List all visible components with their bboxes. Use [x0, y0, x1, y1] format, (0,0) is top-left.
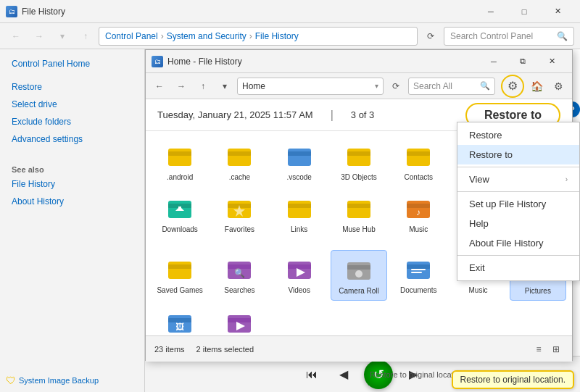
sidebar-item-select-drive[interactable]: Select drive	[0, 96, 144, 113]
gear-button[interactable]: ⚙	[501, 75, 524, 98]
svg-rect-36	[168, 262, 191, 279]
file-item-music[interactable]: ♪ Music	[390, 189, 447, 247]
context-menu-help[interactable]: Help	[457, 214, 579, 233]
file-item-downloads[interactable]: Downloads	[152, 189, 208, 247]
inner-forward-button[interactable]: →	[172, 77, 191, 96]
file-item-searches[interactable]: 🔍 Searches	[211, 250, 268, 301]
status-items: 23 items	[154, 345, 185, 354]
shield-icon: 🛡	[6, 375, 16, 386]
maximize-button[interactable]: □	[508, 0, 541, 23]
sidebar-item-file-history[interactable]: File History	[0, 175, 144, 193]
outer-titlebar: 🗂 File History ─ □ ✕	[0, 0, 580, 23]
inner-refresh-button[interactable]: ⟳	[386, 77, 405, 96]
svg-rect-50	[411, 272, 422, 273]
crumb-system-security[interactable]: System and Security	[167, 31, 246, 41]
inner-settings-button[interactable]: ⚙	[549, 77, 568, 96]
up-button[interactable]: ↑	[75, 26, 96, 46]
file-item-3dobjects[interactable]: 3D Objects	[331, 137, 387, 186]
file-item-links[interactable]: Links	[271, 189, 328, 247]
file-item-favorites[interactable]: Favorites	[211, 189, 268, 247]
file-item-savedpictures[interactable]: 🖼 Saved Pictures	[152, 304, 208, 335]
inner-back-button[interactable]: ←	[150, 77, 169, 96]
main-content: 🗂 Home - File History ─ ⧉ ✕ ← → ↑ ▾ Home…	[145, 49, 580, 392]
context-menu-separator2	[457, 191, 579, 192]
back-button[interactable]: ←	[6, 26, 26, 46]
page-count: 3 of 3	[351, 109, 375, 120]
media-prev-button[interactable]: ◀	[332, 363, 355, 386]
refresh-button[interactable]: ⟳	[420, 26, 441, 46]
inner-status-bar: 23 items 2 items selected ≡ ⊞	[146, 335, 572, 362]
outer-window-title: File History	[22, 7, 474, 17]
search-placeholder: Search Control Panel	[450, 31, 557, 41]
context-menu-about[interactable]: About File History	[457, 233, 579, 253]
file-item-vscode[interactable]: .vscode	[271, 137, 328, 186]
crumb-control-panel[interactable]: Control Panel	[105, 31, 158, 41]
file-item-videos2[interactable]: Videos	[211, 304, 268, 335]
svg-rect-3	[228, 151, 251, 156]
context-menu-view[interactable]: View ›	[457, 170, 579, 189]
system-image-backup-link[interactable]: System Image Backup	[19, 376, 99, 385]
gear-button-container: ⚙	[501, 75, 524, 98]
status-selected: 2 items selected	[196, 345, 254, 354]
context-menu: Restore Restore to View › Set up File Hi…	[457, 122, 580, 281]
sidebar-item-restore[interactable]: Restore	[0, 78, 144, 96]
inner-search-placeholder: Search All	[413, 81, 480, 91]
inner-close-button[interactable]: ✕	[537, 50, 566, 73]
svg-rect-2	[228, 149, 251, 166]
context-menu-exit[interactable]: Exit	[457, 258, 579, 278]
forward-button[interactable]: →	[29, 26, 49, 46]
address-bar: ← → ▾ ↑ Control Panel › System and Secur…	[0, 23, 580, 49]
file-item-musehub[interactable]: Muse Hub	[331, 189, 387, 247]
svg-text:🖼: 🖼	[175, 322, 184, 332]
sidebar-item-advanced[interactable]: Advanced settings	[0, 130, 144, 148]
context-menu-separator3	[457, 255, 579, 256]
context-menu-restore-to[interactable]: Restore to	[457, 145, 579, 164]
inner-search-box[interactable]: Search All 🔍	[408, 78, 495, 95]
svg-rect-8	[407, 149, 430, 166]
sidebar-item-exclude[interactable]: Exclude folders	[0, 113, 144, 130]
sidebar-section-see-also: See also	[0, 159, 144, 175]
file-item-cache[interactable]: .cache	[211, 137, 268, 186]
crumb-file-history[interactable]: File History	[255, 31, 299, 41]
inner-minimize-button[interactable]: ─	[479, 50, 508, 73]
inner-dropdown-button[interactable]: ▾	[215, 77, 234, 96]
context-menu-separator	[457, 167, 579, 167]
sidebar-item-about-history[interactable]: About History	[0, 193, 144, 210]
file-item-documents2[interactable]: Documents	[390, 250, 447, 301]
context-menu-setup[interactable]: Set up File History	[457, 194, 579, 214]
svg-rect-42	[288, 264, 311, 269]
svg-rect-9	[407, 151, 430, 156]
inner-address-box[interactable]: Home ▾	[237, 78, 384, 95]
inner-address-dropdown[interactable]: ▾	[375, 82, 378, 90]
submenu-arrow-icon: ›	[566, 175, 568, 183]
context-menu-restore[interactable]: Restore	[457, 125, 579, 145]
file-item-videos1[interactable]: Videos	[271, 250, 328, 301]
minimize-button[interactable]: ─	[474, 0, 508, 23]
svg-rect-24	[288, 204, 311, 208]
file-item-savedgames[interactable]: Saved Games	[152, 250, 208, 301]
file-item-cameraroll[interactable]: Camera Roll	[331, 250, 387, 301]
list-view-icon[interactable]: ≡	[531, 342, 546, 356]
file-item-contacts[interactable]: Contacts	[390, 137, 447, 186]
address-box[interactable]: Control Panel › System and Security › Fi…	[99, 27, 418, 46]
sidebar-item-home[interactable]: Control Panel Home	[0, 55, 144, 72]
recent-button[interactable]: ▾	[52, 26, 72, 46]
app-icon: 🗂	[6, 6, 17, 17]
inner-home-button[interactable]: 🏠	[527, 77, 546, 96]
inner-recent-button[interactable]: ↑	[194, 77, 212, 96]
inner-restore-button[interactable]: ⧉	[508, 50, 537, 73]
media-first-button[interactable]: ⏮	[300, 363, 323, 386]
search-box[interactable]: Search Control Panel 🔍	[444, 27, 574, 46]
inner-nav: ← → ↑ ▾ Home ▾ ⟳ Search All 🔍 ⚙ 🏠 ⚙	[146, 73, 572, 99]
svg-rect-4	[288, 149, 311, 166]
close-button[interactable]: ✕	[541, 0, 574, 23]
inner-window-title: Home - File History	[167, 57, 479, 67]
date-separator: |	[331, 109, 334, 122]
inner-address-value: Home	[242, 81, 375, 91]
search-icon: 🔍	[557, 31, 568, 41]
svg-text:♪: ♪	[416, 207, 420, 217]
grid-view-icon[interactable]: ⊞	[549, 342, 563, 356]
file-item-android[interactable]: .android	[152, 137, 208, 186]
svg-rect-45	[347, 265, 370, 270]
svg-rect-1	[168, 151, 191, 156]
